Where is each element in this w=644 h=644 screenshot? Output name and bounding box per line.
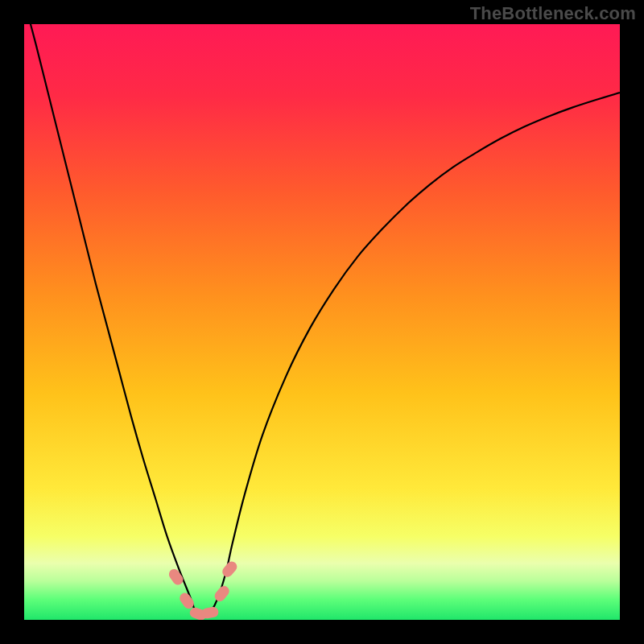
bottleneck-chart (24, 24, 620, 620)
plot-area (24, 24, 620, 620)
watermark-text: TheBottleneck.com (470, 3, 636, 24)
gradient-background (24, 24, 620, 620)
chart-frame: TheBottleneck.com (0, 0, 644, 644)
